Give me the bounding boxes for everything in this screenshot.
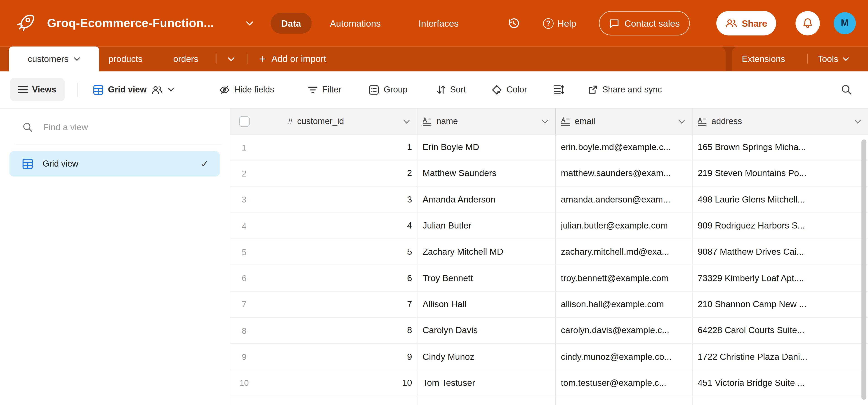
- views-button[interactable]: Views: [10, 78, 65, 101]
- name-value: Matthew Saunders: [423, 161, 496, 186]
- share-and-sync-button[interactable]: Share and sync: [588, 78, 662, 101]
- cell-address[interactable]: 1722 Christine Plaza Dani...: [692, 344, 868, 370]
- cell-name[interactable]: Matthew Saunders: [417, 161, 556, 186]
- extensions-button[interactable]: Extensions: [742, 46, 785, 71]
- cell-address[interactable]: 64228 Carol Courts Suite...: [692, 318, 868, 343]
- cell-name[interactable]: Julian Butler: [417, 213, 556, 239]
- sidebar-item-grid-view[interactable]: Grid view ✓: [9, 151, 220, 177]
- grid-view-switcher[interactable]: Grid view: [93, 78, 174, 101]
- tab-customers-label: customers: [28, 54, 69, 64]
- cell-address[interactable]: 73329 Kimberly Loaf Apt....: [692, 265, 868, 291]
- filter-button[interactable]: Filter: [308, 78, 341, 101]
- notifications-button[interactable]: [796, 11, 820, 35]
- help-button[interactable]: ? Help: [543, 0, 576, 46]
- cell-address[interactable]: [692, 396, 868, 405]
- row-height-button[interactable]: [554, 78, 564, 101]
- cell-address[interactable]: 498 Laurie Glens Mitchell...: [692, 187, 868, 213]
- tab-automations[interactable]: Automations: [330, 0, 381, 46]
- cell-email[interactable]: troy.bennett@example.com: [556, 265, 692, 291]
- cell-email[interactable]: carolyn.davis@example.c...: [556, 318, 692, 343]
- group-button[interactable]: Group: [369, 78, 408, 101]
- share-button[interactable]: Share: [716, 11, 776, 35]
- grid-view-icon: [22, 158, 33, 169]
- rocket-logo-icon[interactable]: [16, 13, 35, 33]
- contact-sales-label: Contact sales: [624, 18, 680, 29]
- cell-address[interactable]: 219 Steven Mountains Po...: [692, 161, 868, 186]
- address-value: 1722 Christine Plaza Dani...: [698, 344, 807, 370]
- cell-customer-id[interactable]: 1 1: [230, 134, 418, 160]
- find-view-input[interactable]: [43, 122, 187, 132]
- cell-customer-id[interactable]: 6 6: [230, 265, 418, 291]
- cell-email[interactable]: matthew.saunders@exam...: [556, 161, 692, 186]
- tab-products[interactable]: products: [108, 46, 143, 71]
- select-all-checkbox[interactable]: [239, 116, 250, 127]
- name-value: Cindy Munoz: [423, 344, 474, 370]
- table-row: 3 3 Amanda Anderson amanda.anderson@exam…: [230, 187, 868, 213]
- tools-button[interactable]: Tools: [817, 46, 849, 71]
- data-grid: # customer_id name email: [230, 108, 868, 405]
- cell-customer-id[interactable]: [230, 396, 418, 405]
- hide-fields-button[interactable]: Hide fields: [219, 78, 274, 101]
- share-and-sync-label: Share and sync: [602, 85, 662, 95]
- expand-tables-chevron-icon[interactable]: [228, 57, 235, 61]
- tab-orders[interactable]: orders: [174, 46, 198, 71]
- cell-name[interactable]: Cindy Munoz: [417, 344, 556, 370]
- cell-customer-id[interactable]: 3 3: [230, 187, 418, 213]
- table-row: 9 9 Cindy Munoz cindy.munoz@example.co..…: [230, 344, 868, 370]
- cell-name[interactable]: Troy Bennett: [417, 265, 556, 291]
- cell-customer-id[interactable]: 5 5: [230, 239, 418, 264]
- cell-customer-id[interactable]: 7 7: [230, 291, 418, 317]
- chevron-down-icon[interactable]: [403, 120, 410, 124]
- cell-address[interactable]: 909 Rodriguez Harbors S...: [692, 213, 868, 239]
- chevron-down-icon[interactable]: [854, 120, 862, 124]
- cell-customer-id[interactable]: 10 10: [230, 370, 418, 396]
- cell-name[interactable]: Zachary Mitchell MD: [417, 239, 556, 264]
- cell-email[interactable]: allison.hall@example.com: [556, 291, 692, 317]
- column-header-email[interactable]: email: [556, 108, 692, 134]
- cell-address[interactable]: 9087 Matthew Drives Cai...: [692, 239, 868, 264]
- cell-address[interactable]: 210 Shannon Camp New ...: [692, 291, 868, 317]
- avatar[interactable]: M: [834, 12, 856, 34]
- tab-interfaces[interactable]: Interfaces: [418, 0, 458, 46]
- tab-data[interactable]: Data: [271, 13, 312, 34]
- color-button[interactable]: Color: [492, 78, 527, 101]
- column-header-customer-id[interactable]: # customer_id: [230, 108, 418, 134]
- cell-customer-id[interactable]: 4 4: [230, 213, 418, 239]
- cell-email[interactable]: [556, 396, 692, 405]
- cell-name[interactable]: Tom Testuser: [417, 370, 556, 396]
- email-value: troy.bennett@example.com: [561, 265, 669, 291]
- cell-name[interactable]: Erin Boyle MD: [417, 134, 556, 160]
- cell-email[interactable]: cindy.munoz@example.co...: [556, 344, 692, 370]
- chevron-down-icon[interactable]: [541, 120, 549, 124]
- cell-name[interactable]: Carolyn Davis: [417, 318, 556, 343]
- find-view-search[interactable]: [22, 122, 187, 133]
- history-icon[interactable]: [507, 17, 520, 30]
- add-or-import-button[interactable]: + Add or import: [259, 46, 326, 71]
- search-icon[interactable]: [840, 78, 852, 101]
- cell-name[interactable]: Amanda Anderson: [417, 187, 556, 213]
- cell-customer-id[interactable]: 8 8: [230, 318, 418, 343]
- base-title[interactable]: Groq-Ecommerce-Function...: [47, 0, 214, 46]
- cell-email[interactable]: julian.butler@example.com: [556, 213, 692, 239]
- vertical-scrollbar[interactable]: [862, 139, 866, 400]
- cell-name[interactable]: [417, 396, 556, 405]
- sort-button[interactable]: Sort: [436, 78, 466, 101]
- column-header-address[interactable]: address: [692, 108, 868, 134]
- cell-customer-id[interactable]: 2 2: [230, 161, 418, 186]
- cell-name[interactable]: Allison Hall: [417, 291, 556, 317]
- cell-email[interactable]: erin.boyle.md@example.c...: [556, 134, 692, 160]
- chevron-down-icon[interactable]: [246, 21, 253, 26]
- cell-email[interactable]: amanda.anderson@exam...: [556, 187, 692, 213]
- column-header-name[interactable]: name: [417, 108, 556, 134]
- cell-customer-id[interactable]: 9 9: [230, 344, 418, 370]
- address-value: 909 Rodriguez Harbors S...: [698, 213, 805, 239]
- cell-email[interactable]: tom.testuser@example.c...: [556, 370, 692, 396]
- cell-address[interactable]: 165 Brown Springs Micha...: [692, 134, 868, 160]
- contact-sales-button[interactable]: Contact sales: [599, 11, 690, 35]
- email-value: zachary.mitchell.md@exa...: [561, 239, 669, 264]
- chevron-down-icon[interactable]: [678, 120, 685, 124]
- table-row: 1 1 Erin Boyle MD erin.boyle.md@example.…: [230, 134, 868, 161]
- cell-address[interactable]: 451 Victoria Bridge Suite ...: [692, 370, 868, 396]
- cell-email[interactable]: zachary.mitchell.md@exa...: [556, 239, 692, 264]
- tab-customers[interactable]: customers: [9, 46, 99, 71]
